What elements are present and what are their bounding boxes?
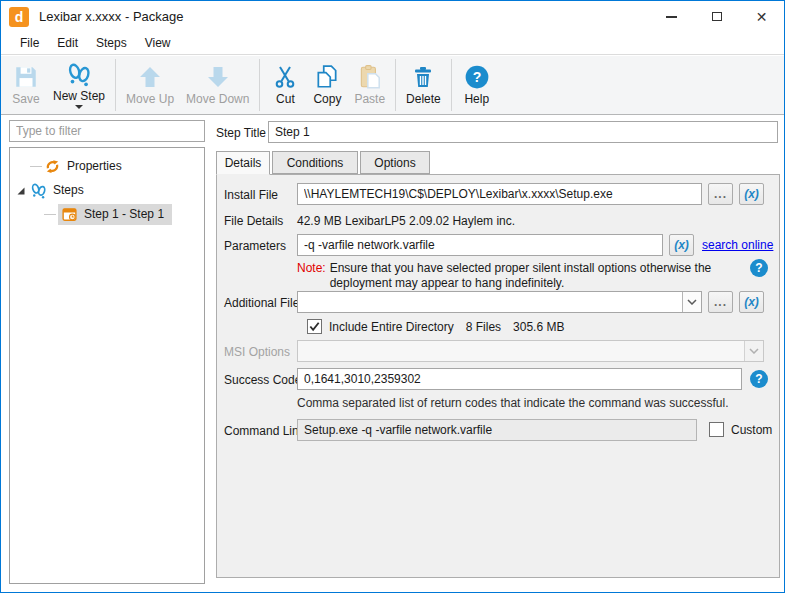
scissors-icon	[272, 64, 298, 90]
details-tab-panel: Install File ... (x) File Details 42.9 M…	[216, 174, 780, 578]
combo-chevron-icon	[744, 341, 763, 361]
note-prefix: Note:	[297, 261, 326, 291]
step-title-label: Step Title	[216, 126, 266, 140]
close-button[interactable]: ✕	[739, 1, 784, 32]
install-file-clear-button[interactable]: (x)	[739, 183, 764, 205]
title-bar: d Lexibar x.xxxx - Package ✕	[1, 1, 784, 32]
tree-item-step-1[interactable]: Step 1 - Step 1	[10, 202, 204, 226]
cut-button[interactable]: Cut	[264, 58, 306, 112]
additional-files-input[interactable]	[298, 292, 682, 312]
install-file-input[interactable]	[297, 183, 702, 205]
command-line-input	[297, 419, 697, 441]
question-icon: ?	[464, 64, 490, 90]
clipboard-icon	[357, 64, 383, 90]
window-controls: ✕	[649, 1, 784, 32]
note-text: Ensure that you have selected proper sil…	[330, 261, 755, 291]
tree-expander-icon[interactable]	[16, 185, 26, 195]
custom-checkbox[interactable]	[709, 422, 724, 437]
include-directory-labels: Include Entire Directory 8 Files 305.6 M…	[329, 320, 564, 334]
parameters-label: Parameters	[224, 239, 286, 253]
app-window: d Lexibar x.xxxx - Package ✕ File Edit S…	[0, 0, 785, 593]
menu-file[interactable]: File	[11, 33, 48, 53]
minimize-button[interactable]	[649, 1, 694, 32]
minimize-icon	[666, 16, 677, 18]
step-title-input[interactable]	[268, 121, 778, 143]
tree-item-properties[interactable]: Properties	[10, 154, 204, 178]
tab-options[interactable]: Options	[360, 151, 430, 174]
include-directory-size: 305.6 MB	[513, 320, 564, 334]
parameters-input[interactable]	[297, 234, 663, 256]
include-directory-row: Include Entire Directory 8 Files 305.6 M…	[307, 319, 564, 334]
app-icon: d	[9, 7, 29, 27]
arrow-up-icon	[137, 64, 163, 90]
file-details-value: 42.9 MB LexibarLP5 2.09.02 Haylem inc.	[297, 214, 515, 228]
copy-button[interactable]: Copy	[306, 58, 348, 112]
install-file-browse-button[interactable]: ...	[708, 183, 733, 205]
tree-item-steps[interactable]: Steps	[10, 178, 204, 202]
msi-options-label: MSI Options	[224, 345, 290, 359]
step-tree: Properties Steps	[9, 147, 205, 584]
copy-pages-icon	[314, 64, 340, 90]
include-directory-files: 8 Files	[466, 320, 501, 334]
floppy-icon	[13, 64, 39, 90]
custom-command-row: Custom	[709, 422, 772, 437]
move-up-button: Move Up	[120, 58, 180, 112]
selected-tree-item[interactable]: Step 1 - Step 1	[58, 204, 172, 225]
toolbar-separator	[395, 59, 396, 111]
arrow-down-icon	[205, 64, 231, 90]
additional-files-label: Additional Files	[224, 296, 305, 310]
close-icon: ✕	[756, 10, 768, 24]
success-codes-input[interactable]	[297, 368, 742, 390]
delete-button[interactable]: Delete	[400, 58, 447, 112]
success-codes-help-icon[interactable]: ?	[750, 370, 768, 388]
additional-files-browse-button[interactable]: ...	[708, 291, 733, 313]
parameters-clear-button[interactable]: (x)	[669, 234, 694, 256]
menu-steps[interactable]: Steps	[87, 33, 136, 53]
menu-bar: File Edit Steps View	[1, 32, 784, 55]
custom-label: Custom	[731, 423, 772, 437]
additional-files-combo[interactable]	[297, 291, 702, 313]
properties-icon	[44, 158, 61, 175]
footprints-icon	[66, 61, 92, 87]
combo-chevron-icon[interactable]	[682, 292, 701, 312]
new-step-button[interactable]: New Step	[47, 58, 111, 112]
silent-install-note: Note: Ensure that you have selected prop…	[297, 261, 755, 291]
search-online-link[interactable]: search online	[702, 238, 773, 252]
toolbar: Save New Step Move Up	[1, 56, 784, 115]
chevron-down-icon	[75, 105, 83, 109]
filter-input[interactable]	[9, 120, 205, 142]
save-button: Save	[5, 58, 47, 112]
footprints-icon	[30, 182, 47, 199]
move-down-button: Move Down	[180, 58, 255, 112]
help-button[interactable]: ? Help	[456, 58, 498, 112]
include-directory-label: Include Entire Directory	[329, 320, 454, 334]
additional-files-clear-button[interactable]: (x)	[739, 291, 764, 313]
menu-view[interactable]: View	[136, 33, 180, 53]
success-codes-label: Success Codes	[224, 373, 307, 387]
file-details-label: File Details	[224, 214, 283, 228]
success-codes-hint: Comma separated list of return codes tha…	[297, 396, 729, 410]
trash-icon	[410, 64, 436, 90]
parameters-help-icon[interactable]: ?	[750, 259, 768, 277]
menu-edit[interactable]: Edit	[48, 33, 87, 53]
tree-connector	[30, 166, 42, 167]
paste-button: Paste	[348, 58, 391, 112]
svg-text:?: ?	[472, 69, 481, 85]
msi-options-input	[298, 341, 744, 361]
maximize-button[interactable]	[694, 1, 739, 32]
step-window-icon	[61, 206, 78, 223]
tree-connector	[44, 214, 56, 215]
toolbar-separator	[115, 59, 116, 111]
tab-conditions[interactable]: Conditions	[272, 151, 358, 174]
maximize-icon	[712, 12, 722, 21]
tab-details[interactable]: Details	[216, 151, 270, 175]
install-file-label: Install File	[224, 188, 278, 202]
window-title: Lexibar x.xxxx - Package	[39, 9, 184, 24]
toolbar-separator	[451, 59, 452, 111]
command-line-label: Command Line	[224, 424, 305, 438]
toolbar-separator	[259, 59, 260, 111]
include-directory-checkbox[interactable]	[307, 319, 322, 334]
msi-options-combo	[297, 340, 764, 362]
